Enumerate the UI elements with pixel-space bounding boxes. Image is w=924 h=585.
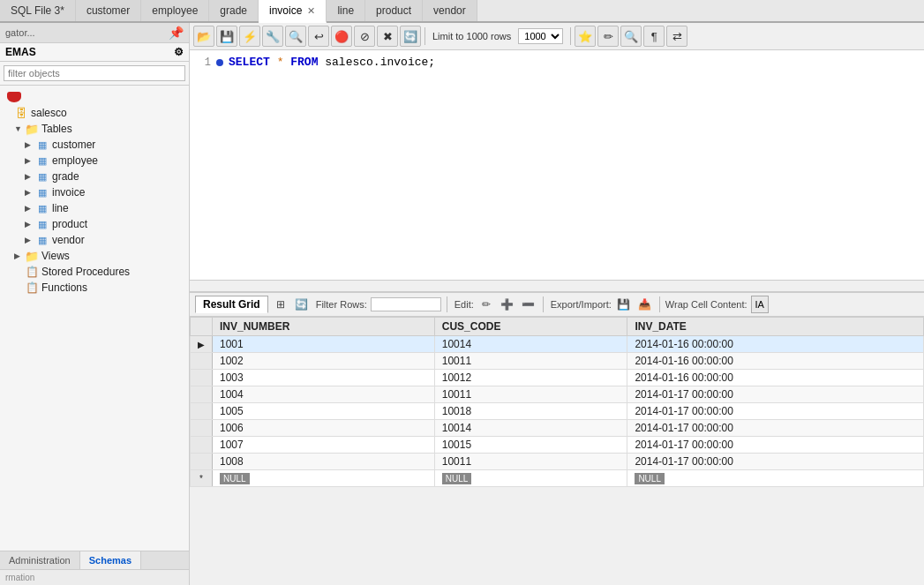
table-row[interactable]: 1008100112014-01-17 00:00:00: [191, 454, 924, 470]
tree-item-customer[interactable]: ▶ ▦ customer: [0, 137, 189, 153]
data-cell-cus_code[interactable]: 10015: [434, 437, 627, 454]
find-button[interactable]: 🔍: [285, 26, 306, 47]
horizontal-scrollbar[interactable]: [190, 280, 924, 292]
format-button[interactable]: ¶: [643, 26, 665, 47]
tree-item-invoice[interactable]: ▶ ▦ invoice: [0, 184, 189, 200]
execute-button[interactable]: ⚡: [239, 26, 260, 47]
tab-line[interactable]: line: [327, 0, 365, 21]
explain-button[interactable]: 🔧: [262, 26, 283, 47]
grid-icon[interactable]: ⊞: [272, 296, 289, 313]
tab-schemas[interactable]: Schemas: [80, 551, 141, 569]
data-cell-inv_date[interactable]: 2014-01-17 00:00:00: [627, 420, 924, 437]
limit-select[interactable]: 1000 500 200: [518, 28, 563, 44]
tree-item-product[interactable]: ▶ ▦ product: [0, 216, 189, 232]
refresh-filter-icon[interactable]: 🔄: [293, 296, 311, 313]
data-cell-cus_code[interactable]: 10011: [434, 353, 627, 370]
result-grid-tab[interactable]: Result Grid: [195, 296, 268, 313]
col-header-cus-code[interactable]: CUS_CODE: [434, 318, 627, 336]
tree-item-functions[interactable]: 📋 Functions: [0, 280, 189, 296]
data-cell-inv_date[interactable]: 2014-01-16 00:00:00: [627, 336, 924, 353]
refresh-button[interactable]: 🔄: [400, 26, 421, 47]
tab-administration[interactable]: Administration: [0, 551, 80, 569]
search-button[interactable]: 🔍: [620, 26, 642, 47]
tree-item-salesco[interactable]: 🗄 salesco: [0, 105, 189, 121]
snippet-button[interactable]: ✏: [597, 26, 619, 47]
edit-icon[interactable]: ✏: [477, 296, 495, 313]
tab-customer[interactable]: customer: [76, 0, 141, 21]
bookmark-button[interactable]: ⭐: [575, 26, 596, 47]
tree-item-line[interactable]: ▶ ▦ line: [0, 200, 189, 216]
close-icon[interactable]: ✕: [307, 5, 315, 17]
data-cell-inv_number[interactable]: 1002: [213, 353, 435, 370]
tab-sql-file[interactable]: SQL File 3*: [0, 0, 76, 21]
stop-button[interactable]: 🔴: [331, 26, 352, 47]
col-header-inv-date[interactable]: INV_DATE: [627, 318, 924, 336]
table-row[interactable]: 1006100142014-01-17 00:00:00: [191, 420, 924, 437]
table-row[interactable]: 1005100182014-01-17 00:00:00: [191, 403, 924, 420]
open-button[interactable]: 📂: [193, 26, 214, 47]
tree-item-vendor[interactable]: ▶ ▦ vendor: [0, 232, 189, 248]
table-row[interactable]: 1003100122014-01-16 00:00:00: [191, 370, 924, 386]
data-cell-inv_date[interactable]: 2014-01-17 00:00:00: [627, 437, 924, 454]
data-cell-inv_date[interactable]: 2014-01-17 00:00:00: [627, 403, 924, 420]
export-icon[interactable]: 💾: [615, 296, 633, 313]
sidebar-tree: 🗄 salesco ▼ 📁 Tables ▶ ▦ customer ▶ ▦ em…: [0, 86, 189, 551]
sql-editor[interactable]: 1 SELECT * FROM salesco.invoice;: [190, 50, 924, 280]
table-row[interactable]: ▶1001100142014-01-16 00:00:00: [191, 336, 924, 353]
clear-button[interactable]: ✖: [377, 26, 398, 47]
filter-input[interactable]: [4, 65, 185, 81]
tab-employee[interactable]: employee: [141, 0, 209, 21]
data-cell-inv_number[interactable]: 1001: [213, 336, 435, 353]
data-cell-inv_number[interactable]: 1008: [213, 454, 435, 470]
tree-item-tables[interactable]: ▼ 📁 Tables: [0, 121, 189, 137]
wrap-icon[interactable]: IA: [751, 296, 769, 313]
sidebar-pin-icon[interactable]: 📌: [169, 26, 184, 40]
tree-item-reddot[interactable]: [0, 89, 189, 105]
data-cell-inv_date[interactable]: 2014-01-17 00:00:00: [627, 454, 924, 470]
filter-rows-input[interactable]: [371, 297, 441, 311]
save-button[interactable]: 💾: [216, 26, 237, 47]
data-cell-cus_code[interactable]: 10014: [434, 420, 627, 437]
data-cell-cus_code[interactable]: 10012: [434, 370, 627, 386]
table-row[interactable]: 1007100152014-01-17 00:00:00: [191, 437, 924, 454]
undo-button[interactable]: ↩: [308, 26, 329, 47]
data-cell-inv_number[interactable]: 1004: [213, 386, 435, 403]
schema-settings-icon[interactable]: ⚙: [174, 46, 184, 58]
sql-star: *: [277, 56, 291, 69]
tab-label: vendor: [433, 4, 466, 17]
table-row[interactable]: *NULLNULLNULL: [191, 470, 924, 487]
tab-vendor[interactable]: vendor: [423, 0, 477, 21]
import-icon[interactable]: 📥: [636, 296, 654, 313]
tab-product[interactable]: product: [365, 0, 423, 21]
data-cell-cus_code[interactable]: 10018: [434, 403, 627, 420]
tab-grade[interactable]: grade: [209, 0, 259, 21]
data-cell-cus_code[interactable]: 10014: [434, 336, 627, 353]
tree-item-grade[interactable]: ▶ ▦ grade: [0, 169, 189, 184]
add-row-icon[interactable]: ➕: [499, 296, 516, 313]
toolbar: 📂 💾 ⚡ 🔧 🔍 ↩ 🔴 ⊘ ✖ 🔄 Limit to 1000 rows 1…: [190, 23, 924, 50]
col-header-inv-number[interactable]: INV_NUMBER: [213, 318, 435, 336]
data-cell-inv_date[interactable]: 2014-01-16 00:00:00: [627, 353, 924, 370]
tree-item-stored-procedures[interactable]: 📋 Stored Procedures: [0, 264, 189, 280]
data-cell-cus_code[interactable]: 10011: [434, 454, 627, 470]
data-cell-inv_date[interactable]: 2014-01-17 00:00:00: [627, 386, 924, 403]
delete-row-icon[interactable]: ➖: [520, 296, 537, 313]
cancel-button[interactable]: ⊘: [354, 26, 375, 47]
table-row[interactable]: 1004100112014-01-17 00:00:00: [191, 386, 924, 403]
tree-item-views[interactable]: ▶ 📁 Views: [0, 248, 189, 264]
data-cell-inv_number[interactable]: 1005: [213, 403, 435, 420]
swap-button[interactable]: ⇄: [666, 26, 687, 47]
data-cell-inv_number[interactable]: 1006: [213, 420, 435, 437]
tab-label: grade: [220, 4, 247, 17]
arrow-icon: ▶: [14, 251, 25, 260]
data-cell-inv_number[interactable]: 1003: [213, 370, 435, 386]
tree-item-employee[interactable]: ▶ ▦ employee: [0, 153, 189, 169]
tab-invoice[interactable]: invoice✕: [259, 0, 327, 23]
row-indicator-header: [191, 318, 213, 336]
row-indicator-cell: ▶: [191, 336, 213, 353]
data-cell-inv_date[interactable]: 2014-01-16 00:00:00: [627, 370, 924, 386]
table-row[interactable]: 1002100112014-01-16 00:00:00: [191, 353, 924, 370]
data-cell-inv_number[interactable]: 1007: [213, 437, 435, 454]
sidebar-title: gator...: [5, 27, 35, 38]
data-cell-cus_code[interactable]: 10011: [434, 386, 627, 403]
